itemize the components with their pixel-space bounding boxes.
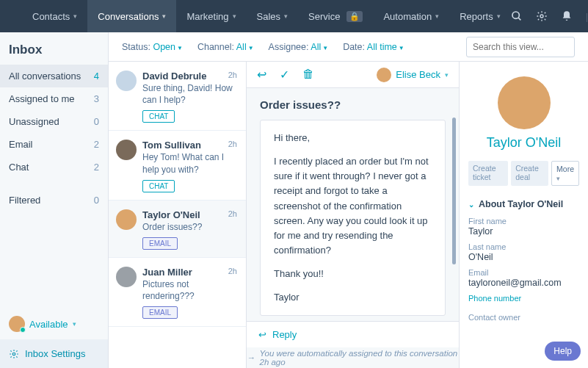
gear-icon — [9, 349, 19, 359]
filter-status[interactable]: Status: Open▼ — [122, 42, 183, 52]
inbox-settings-link[interactable]: Inbox Settings — [0, 339, 108, 368]
filter-channel[interactable]: Channel: All▼ — [197, 42, 254, 52]
channel-badge: EMAIL — [142, 306, 178, 319]
nav-sales[interactable]: Sales▾ — [247, 0, 299, 32]
filter-assignee[interactable]: Assignee: All▼ — [269, 42, 329, 52]
chevron-down-icon: ▾ — [162, 12, 166, 20]
create-ticket-button[interactable]: Create ticket — [468, 161, 508, 186]
thread-pane: ↩ ✓ 🗑 Elise Beck ▾ Order issues?? Hi the… — [247, 62, 459, 368]
nav-label: Service — [308, 11, 340, 22]
sidebar-item-all[interactable]: All conversations4 — [0, 65, 108, 87]
nav-conversations[interactable]: Conversations▾ — [87, 0, 176, 32]
chevron-down-icon: ▾ — [497, 12, 501, 20]
conversation-item[interactable]: Taylor O'Neil Order issues?? EMAIL 2h — [109, 201, 246, 258]
more-button[interactable]: More ▾ — [551, 161, 579, 186]
sidebar-item-filtered[interactable]: Filtered0 — [0, 189, 108, 212]
assignee-name: Elise Beck — [396, 69, 440, 80]
email-greeting: Hi there, — [274, 131, 432, 145]
conversation-item[interactable]: Tom Sullivan Hey Tom! What can I help yo… — [109, 131, 246, 200]
conv-name: Taylor O'Neil — [142, 209, 237, 220]
field-value[interactable]: tayloroneil@gmail.com — [468, 278, 579, 288]
chevron-down-icon: ▾ — [73, 12, 77, 20]
conv-preview: Hey Tom! What can I help you with? — [142, 151, 237, 175]
chevron-down-icon: ▾ — [435, 12, 439, 20]
sidebar-item-email[interactable]: Email2 — [0, 133, 108, 156]
search-icon[interactable] — [511, 10, 523, 22]
nav-right: | ▾ — [511, 7, 588, 25]
filter-value: All time — [367, 42, 397, 52]
caret-down-icon: ▼ — [322, 45, 328, 51]
chevron-down-icon: ▾ — [233, 12, 236, 20]
sidebar-item-unassigned[interactable]: Unassigned0 — [0, 110, 108, 133]
chevron-down-icon: ▾ — [73, 320, 76, 328]
sidebar-item-assigned[interactable]: Assigned to me3 — [0, 87, 108, 110]
status-label: Available — [29, 319, 68, 330]
chevron-down-icon: ▾ — [445, 71, 449, 79]
sidebar-count: 0 — [94, 116, 99, 127]
nav-reports[interactable]: Reports▾ — [449, 0, 511, 32]
top-nav: Contacts▾ Conversations▾ Marketing▾ Sale… — [0, 0, 588, 32]
search-input[interactable] — [473, 42, 583, 52]
contact-name[interactable]: Taylor O'Neil — [468, 135, 579, 151]
check-icon[interactable]: ✓ — [280, 68, 289, 82]
nav-label: Sales — [257, 11, 281, 22]
availability-status[interactable]: Available ▾ — [0, 309, 108, 339]
nav-marketing[interactable]: Marketing▾ — [176, 0, 246, 32]
caret-down-icon: ▼ — [248, 45, 254, 51]
sidebar-count: 3 — [94, 93, 99, 104]
bell-icon[interactable] — [561, 10, 573, 22]
email-signature: Taylor — [274, 290, 432, 305]
contact-avatar — [116, 267, 137, 287]
filter-value: All — [236, 42, 247, 52]
nav-service[interactable]: Service🔒 — [298, 0, 373, 32]
channel-badge: EMAIL — [142, 237, 178, 250]
field-label-link[interactable]: Phone number — [468, 294, 579, 303]
reply-button[interactable]: ↩ Reply — [247, 321, 459, 347]
contact-avatar — [116, 209, 137, 230]
channel-badge: CHAT — [142, 110, 175, 123]
about-section-header[interactable]: ⌄About Taylor O'Neil — [468, 199, 579, 209]
filter-label: Assignee: — [269, 42, 309, 52]
conversation-item[interactable]: David Debrule Sure thing, David! How can… — [109, 62, 246, 131]
channel-badge: CHAT — [142, 180, 175, 192]
field-value[interactable]: Taylor — [468, 226, 579, 237]
help-button[interactable]: Help — [545, 342, 581, 361]
filter-label: Channel: — [197, 42, 234, 52]
sidebar-title: Inbox — [0, 32, 108, 65]
email-body: I recently placed an order but I'm not s… — [274, 154, 432, 258]
nav-label: Reports — [460, 11, 493, 22]
assignee-avatar — [377, 68, 391, 82]
field-value[interactable]: O'Neil — [468, 252, 579, 262]
search-view-box[interactable] — [466, 37, 575, 57]
caret-down-icon: ▼ — [399, 45, 404, 51]
field-label: Contact owner — [468, 313, 579, 322]
field-label: Email — [468, 268, 579, 277]
nav-label: Conversations — [98, 11, 159, 22]
trash-icon[interactable]: 🗑 — [302, 68, 314, 82]
sidebar-count: 2 — [94, 139, 99, 150]
create-deal-button[interactable]: Create deal — [511, 161, 548, 186]
gear-icon[interactable] — [536, 10, 548, 22]
sidebar: Inbox All conversations4 Assigned to me3… — [0, 32, 109, 368]
conversation-item[interactable]: Juan Miller Pictures not rendering??? EM… — [109, 258, 246, 327]
contact-panel: Taylor O'Neil Create ticket Create deal … — [459, 62, 588, 368]
scrollbar[interactable] — [452, 118, 456, 264]
sidebar-item-chat[interactable]: Chat2 — [0, 156, 108, 178]
filter-label: Date: — [343, 42, 365, 52]
nav-label: Marketing — [186, 11, 228, 22]
conv-preview: Order issues?? — [142, 221, 237, 233]
nav-automation[interactable]: Automation▾ — [373, 0, 449, 32]
nav-label: Automation — [383, 11, 432, 22]
nav-items: Contacts▾ Conversations▾ Marketing▾ Sale… — [22, 0, 511, 32]
reply-label: Reply — [272, 329, 297, 340]
status-avatar — [9, 316, 25, 332]
auto-assign-note: → You were automatically assigned to thi… — [247, 347, 459, 368]
filter-date[interactable]: Date: All time▼ — [343, 42, 404, 52]
filter-bar: Status: Open▼ Channel: All▼ Assignee: Al… — [109, 32, 588, 62]
nav-contacts[interactable]: Contacts▾ — [22, 0, 87, 32]
reply-icon[interactable]: ↩ — [257, 68, 266, 82]
svg-point-5 — [512, 12, 519, 18]
section-title: About Taylor O'Neil — [479, 199, 563, 209]
assignee-selector[interactable]: Elise Beck ▾ — [377, 68, 449, 82]
email-card: Hi there, I recently placed an order but… — [260, 120, 446, 316]
